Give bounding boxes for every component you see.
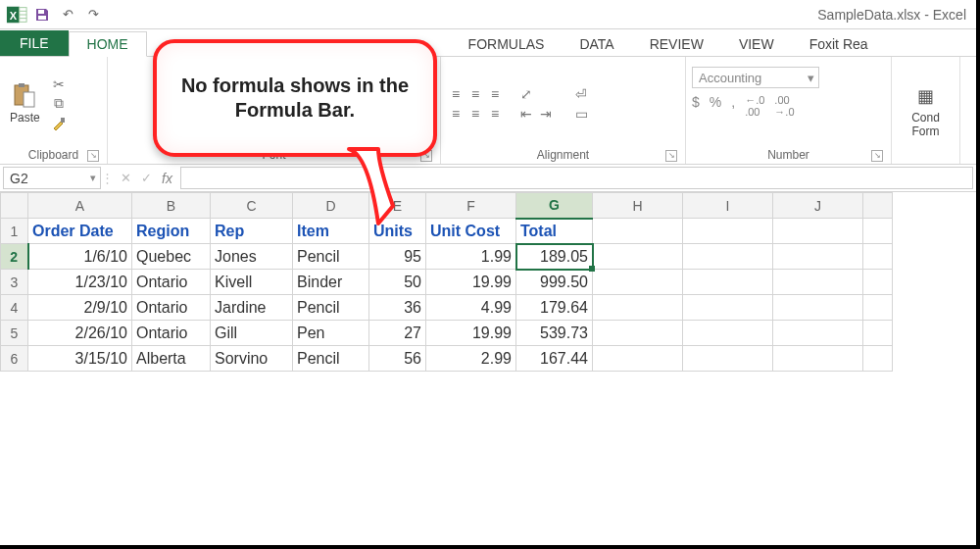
number-format-select[interactable]: Accounting	[692, 67, 819, 88]
cell[interactable]: Unit Cost	[426, 219, 516, 244]
cell[interactable]	[773, 321, 863, 346]
cell[interactable]	[683, 321, 773, 346]
cell[interactable]: 27	[369, 321, 426, 346]
launcher-icon[interactable]: ↘	[87, 150, 99, 162]
cell[interactable]: 2.99	[426, 346, 516, 372]
cell[interactable]: Binder	[293, 270, 369, 295]
paste-button[interactable]: Paste	[6, 81, 44, 126]
cell[interactable]: Sorvino	[211, 346, 293, 372]
percent-icon[interactable]: %	[710, 94, 721, 118]
wrap-text-icon[interactable]: ⏎	[572, 85, 590, 103]
tab-review[interactable]: REVIEW	[632, 32, 721, 56]
formula-input[interactable]	[180, 167, 973, 189]
increase-indent-icon[interactable]: ⇥	[537, 105, 555, 123]
conditional-formatting-button[interactable]: ▦ Cond Form	[907, 81, 944, 140]
cell[interactable]: Pencil	[293, 295, 369, 321]
cell[interactable]: 539.73	[516, 321, 593, 346]
col-header[interactable]: A	[28, 193, 132, 219]
align-middle-icon[interactable]: ≡	[466, 85, 484, 103]
tab-data[interactable]: DATA	[562, 32, 631, 56]
cell[interactable]	[593, 270, 683, 295]
cell[interactable]: 1.99	[426, 244, 516, 270]
align-center-icon[interactable]: ≡	[466, 105, 484, 123]
col-header[interactable]: C	[211, 193, 293, 219]
cell[interactable]: 4.99	[426, 295, 516, 321]
cell[interactable]: Pencil	[293, 346, 369, 372]
tab-formulas[interactable]: FORMULAS	[451, 32, 563, 56]
align-bottom-icon[interactable]: ≡	[486, 85, 504, 103]
cell[interactable]: 179.64	[516, 295, 593, 321]
launcher-icon[interactable]: ↘	[871, 150, 883, 162]
cell-selected[interactable]: 189.05	[516, 244, 593, 270]
cell[interactable]: 1/6/10	[28, 244, 132, 270]
tab-home[interactable]: HOME	[69, 31, 147, 57]
align-left-icon[interactable]: ≡	[447, 105, 465, 123]
cell[interactable]: 167.44	[516, 346, 593, 372]
row-header[interactable]: 3	[1, 270, 28, 295]
row-header[interactable]: 4	[1, 295, 28, 321]
cell[interactable]: 19.99	[426, 321, 516, 346]
cell[interactable]	[863, 346, 893, 372]
select-all-corner[interactable]	[1, 193, 28, 219]
cell[interactable]: 95	[369, 244, 426, 270]
cell[interactable]	[863, 321, 893, 346]
row-header[interactable]: 6	[1, 346, 28, 372]
align-top-icon[interactable]: ≡	[447, 85, 465, 103]
cell[interactable]: Pen	[293, 321, 369, 346]
cell[interactable]	[773, 244, 863, 270]
cell[interactable]	[863, 219, 893, 244]
merge-center-icon[interactable]: ▭	[572, 105, 590, 123]
col-header[interactable]	[863, 193, 893, 219]
cell[interactable]	[863, 270, 893, 295]
comma-icon[interactable]: ,	[731, 94, 735, 118]
cut-icon[interactable]: ✂	[50, 75, 68, 93]
cell[interactable]	[773, 346, 863, 372]
orientation-icon[interactable]: ⤢	[517, 85, 535, 103]
cell[interactable]	[683, 346, 773, 372]
cell[interactable]	[773, 219, 863, 244]
cell[interactable]	[593, 295, 683, 321]
col-header[interactable]: F	[426, 193, 516, 219]
cell[interactable]: 36	[369, 295, 426, 321]
copy-icon[interactable]: ⧉	[50, 95, 68, 113]
cell[interactable]: Ontario	[132, 295, 211, 321]
decrease-indent-icon[interactable]: ⇤	[517, 105, 535, 123]
cell[interactable]: Pencil	[293, 244, 369, 270]
cell[interactable]: Quebec	[132, 244, 211, 270]
cell[interactable]: Kivell	[211, 270, 293, 295]
undo-icon[interactable]: ↶	[55, 2, 80, 27]
cell[interactable]	[863, 244, 893, 270]
col-header[interactable]: J	[773, 193, 863, 219]
cell[interactable]: Jardine	[211, 295, 293, 321]
cell[interactable]: Jones	[211, 244, 293, 270]
cell[interactable]: 50	[369, 270, 426, 295]
cell[interactable]: 19.99	[426, 270, 516, 295]
cell[interactable]: 2/26/10	[28, 321, 132, 346]
cell[interactable]	[863, 295, 893, 321]
increase-decimal-icon[interactable]: ←.0.00	[745, 94, 764, 118]
tab-view[interactable]: VIEW	[721, 32, 792, 56]
tab-foxit[interactable]: Foxit Rea	[792, 32, 886, 56]
row-header[interactable]: 1	[1, 219, 28, 244]
align-right-icon[interactable]: ≡	[486, 105, 504, 123]
fx-icon[interactable]: fx	[162, 171, 172, 186]
cell[interactable]	[683, 219, 773, 244]
cell[interactable]: 1/23/10	[28, 270, 132, 295]
enter-icon[interactable]: ✓	[141, 171, 152, 185]
redo-icon[interactable]: ↷	[80, 2, 106, 27]
cell[interactable]	[773, 270, 863, 295]
format-painter-icon[interactable]	[50, 115, 68, 132]
col-header[interactable]: H	[593, 193, 683, 219]
cell[interactable]	[683, 244, 773, 270]
cell[interactable]	[773, 295, 863, 321]
name-box[interactable]: G2	[3, 167, 101, 189]
cancel-icon[interactable]: ✕	[121, 171, 131, 185]
cell[interactable]	[593, 321, 683, 346]
cell[interactable]	[593, 346, 683, 372]
row-header[interactable]: 5	[1, 321, 28, 346]
cell[interactable]: Ontario	[132, 321, 211, 346]
cell[interactable]: Region	[132, 219, 211, 244]
cell[interactable]	[593, 244, 683, 270]
cell[interactable]	[683, 270, 773, 295]
cell[interactable]: Alberta	[132, 346, 211, 372]
